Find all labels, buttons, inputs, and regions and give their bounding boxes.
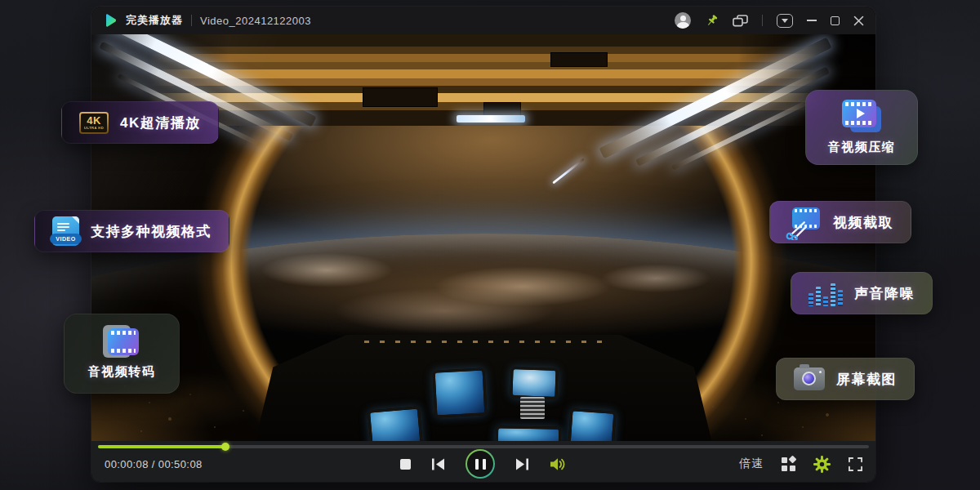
settings-gear-icon[interactable] [813, 456, 831, 473]
titlebar-divider [191, 15, 192, 26]
feature-label: 音视频转码 [88, 364, 156, 380]
app-logo-icon [103, 13, 118, 28]
maximize-button[interactable] [831, 16, 840, 25]
next-button[interactable] [515, 458, 529, 470]
feature-label: 声音降噪 [854, 284, 915, 303]
feature-label: 音视频压缩 [828, 140, 896, 155]
pause-button[interactable] [466, 449, 495, 479]
4k-ultra-hd-icon: 4K ULTRA HD [79, 112, 109, 134]
desktop-background: 完美播放器 Video_202412122003 [0, 0, 980, 490]
time-display: 00:00:08 / 00:50:08 [105, 458, 203, 470]
feature-label: 屏幕截图 [836, 370, 897, 389]
video-filename: Video_202412122003 [200, 15, 311, 27]
feature-label: 支持多种视频格式 [91, 222, 212, 241]
feature-badge-denoise[interactable]: 声音降噪 [791, 272, 933, 314]
camera-icon [794, 368, 825, 390]
app-title: 完美播放器 [126, 13, 183, 28]
feature-badge-transcode[interactable]: 音视频转码 [64, 314, 180, 394]
progress-bar[interactable] [98, 445, 869, 448]
picture-in-picture-icon[interactable] [733, 15, 748, 27]
feature-label: 4K超清播放 [120, 114, 201, 132]
fullscreen-icon[interactable] [849, 457, 862, 471]
feature-badge-video-clip[interactable]: 视频截取 [769, 201, 911, 243]
feature-badge-video-formats[interactable]: VIDEO 支持多种视频格式 [34, 210, 229, 252]
close-button[interactable] [853, 16, 864, 26]
playback-speed-button[interactable]: 倍速 [739, 457, 764, 471]
player-options: 倍速 [739, 456, 862, 473]
minimize-button[interactable] [807, 20, 817, 21]
film-scissors-icon [787, 207, 822, 237]
filmstrip-icon [104, 327, 140, 357]
controls-row: 00:00:08 / 00:50:08 [105, 450, 862, 478]
feature-label: 视频截取 [833, 213, 893, 232]
stop-button[interactable] [400, 459, 411, 470]
feature-badge-4k-playback[interactable]: 4K ULTRA HD 4K超清播放 [61, 101, 219, 144]
titlebar: 完美播放器 Video_202412122003 [91, 7, 875, 34]
video-file-icon: VIDEO [52, 216, 79, 246]
volume-icon[interactable] [550, 457, 567, 471]
dropdown-chevron-icon[interactable] [777, 14, 793, 28]
user-avatar[interactable] [675, 12, 691, 29]
previous-button[interactable] [431, 458, 445, 470]
audio-equalizer-icon [808, 280, 843, 306]
titlebar-actions [675, 12, 864, 29]
filmstrip-play-icon [842, 100, 881, 132]
pin-icon[interactable] [705, 14, 719, 28]
progress-fill [98, 445, 225, 448]
feature-badge-screenshot[interactable]: 屏幕截图 [776, 358, 915, 400]
titlebar-divider [762, 15, 763, 26]
apps-grid-icon[interactable] [782, 457, 795, 471]
player-controls: 00:00:08 / 00:50:08 [91, 441, 875, 482]
transport-controls [400, 449, 567, 479]
feature-badge-compress[interactable]: 音视频压缩 [805, 90, 918, 165]
